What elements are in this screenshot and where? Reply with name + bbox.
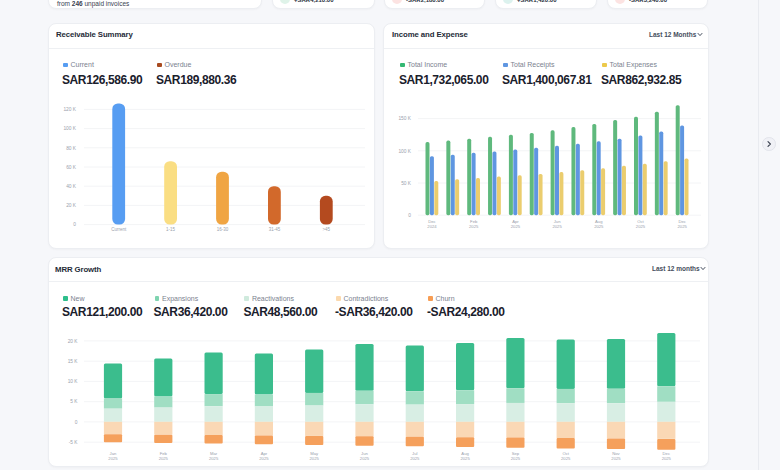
svg-text:2025: 2025 — [678, 224, 688, 229]
svg-text:2025: 2025 — [511, 224, 521, 229]
svg-text:2025: 2025 — [259, 456, 269, 461]
svg-text:2025: 2025 — [662, 456, 672, 461]
svg-text:20 K: 20 K — [66, 203, 77, 208]
svg-text:2025: 2025 — [552, 224, 562, 229]
svg-text:80 K: 80 K — [66, 146, 77, 151]
svg-text:2025: 2025 — [108, 456, 118, 461]
svg-text:2025: 2025 — [636, 224, 646, 229]
svg-text:16-30: 16-30 — [217, 227, 229, 232]
svg-text:2025: 2025 — [511, 456, 521, 461]
svg-text:50 K: 50 K — [401, 181, 412, 186]
svg-text:5 K: 5 K — [70, 399, 78, 404]
svg-text:0: 0 — [75, 420, 78, 425]
svg-text:Current: Current — [111, 227, 127, 232]
svg-text:40 K: 40 K — [66, 184, 77, 189]
svg-text:150 K: 150 K — [398, 116, 411, 121]
svg-text:2025: 2025 — [561, 456, 571, 461]
svg-text:0: 0 — [73, 222, 76, 227]
svg-text:2025: 2025 — [469, 224, 479, 229]
svg-text:0: 0 — [408, 213, 411, 218]
svg-text:2025: 2025 — [611, 456, 621, 461]
svg-text:31-45: 31-45 — [269, 227, 281, 232]
svg-text:60 K: 60 K — [66, 165, 77, 170]
svg-text:15 K: 15 K — [68, 359, 79, 364]
svg-text:2024: 2024 — [427, 224, 437, 229]
svg-text:120 K: 120 K — [63, 107, 76, 112]
svg-text:2025: 2025 — [360, 456, 370, 461]
svg-text:10 K: 10 K — [68, 379, 79, 384]
svg-text:1-15: 1-15 — [166, 227, 176, 232]
svg-text:2025: 2025 — [209, 456, 219, 461]
svg-text:100 K: 100 K — [63, 126, 76, 131]
svg-text:100 K: 100 K — [398, 149, 411, 154]
svg-text:2025: 2025 — [310, 456, 320, 461]
svg-text:2025: 2025 — [460, 456, 470, 461]
svg-text:-5 K: -5 K — [69, 440, 79, 445]
svg-text:20 K: 20 K — [68, 339, 79, 344]
svg-text:>45: >45 — [322, 227, 330, 232]
svg-text:2025: 2025 — [594, 224, 604, 229]
svg-text:2025: 2025 — [159, 456, 169, 461]
svg-text:2025: 2025 — [410, 456, 420, 461]
